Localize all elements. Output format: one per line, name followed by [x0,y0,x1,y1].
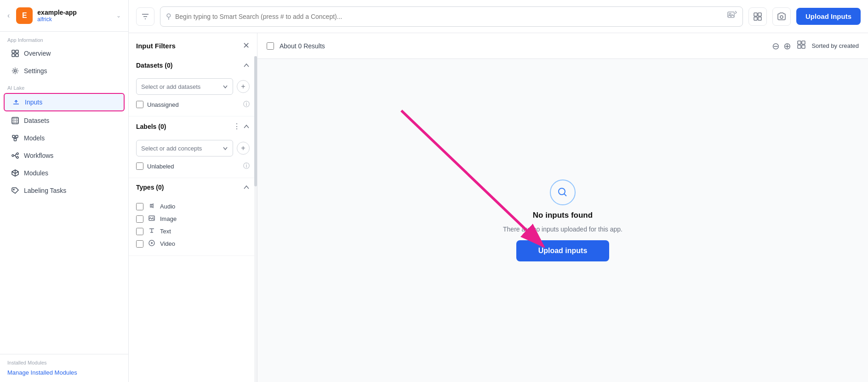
avatar: E [16,7,33,24]
empty-title: No inputs found [533,211,593,220]
audio-type-checkbox[interactable] [136,203,143,210]
sidebar-item-models[interactable]: Models [4,130,125,146]
gallery-icon-button[interactable] [748,7,767,26]
arrow-annotation [257,59,868,382]
sidebar-item-modules-label: Modules [24,169,48,177]
sidebar-item-modules[interactable]: Modules [4,165,125,181]
svg-point-12 [13,189,14,190]
add-concept-button[interactable]: + [237,142,250,155]
zoom-out-button[interactable]: ⊖ [772,41,780,52]
main-area: ⚲ Upload Inputs Input Filters ✕ [129,0,868,382]
svg-point-19 [780,16,783,18]
svg-rect-8 [14,139,17,141]
svg-rect-6 [12,135,15,138]
datasets-section-body: Select or add datasets + Unassigned ⓘ [129,75,257,116]
datasets-select-dropdown[interactable]: Select or add datasets [136,78,233,95]
zoom-in-button[interactable]: ⊕ [783,41,791,52]
sidebar-item-inputs[interactable]: Inputs [4,93,125,111]
search-input[interactable] [175,13,723,20]
filter-panel-header: Input Filters ✕ [129,33,257,56]
type-image-row: Image [136,213,250,225]
sidebar-item-models-label: Models [24,134,45,142]
types-section-header[interactable]: Types (0) [129,178,257,197]
video-icon [147,240,156,248]
zoom-controls: ⊖ ⊕ [772,41,791,52]
unlabeled-help-icon[interactable]: ⓘ [243,162,250,170]
image-type-label: Image [160,215,177,222]
filter-icon [141,12,149,21]
sidebar-item-inputs-label: Inputs [25,98,42,106]
datasets-section-header[interactable]: Datasets (0) [129,56,257,75]
svg-rect-26 [802,45,805,48]
filter-scroll[interactable]: Datasets (0) Select or add datasets + [129,56,257,382]
sidebar-item-settings-label: Settings [24,67,47,75]
close-filter-button[interactable]: ✕ [243,41,250,51]
empty-state: No inputs found There are no inputs uplo… [257,59,868,382]
labels-select-label: Select or add concepts [141,145,202,152]
datasets-select-label: Select or add datasets [141,83,200,90]
image-icon [147,215,156,223]
svg-point-11 [17,156,18,158]
labels-select-dropdown[interactable]: Select or add concepts [136,140,233,156]
empty-search-icon [550,179,576,205]
chevron-up-icon[interactable] [243,123,250,130]
labels-more-icon[interactable]: ⋮ [233,122,240,131]
svg-rect-23 [798,41,801,44]
types-section-title: Types (0) [136,184,164,191]
svg-rect-2 [12,54,15,57]
gear-icon [11,67,19,75]
camera-icon-button[interactable] [772,7,791,26]
datasets-select-row: Select or add datasets + [136,78,250,95]
empty-subtitle: There are no inputs uploaded for this ap… [503,226,622,233]
sidebar-item-workflows[interactable]: Workflows [4,147,125,164]
labels-section-controls: ⋮ [233,122,250,131]
sidebar-bottom: Installed Modules Manage Installed Modul… [0,354,128,382]
topbar: ⚲ Upload Inputs [129,0,868,33]
text-type-checkbox[interactable] [136,228,143,235]
unlabeled-checkbox[interactable] [136,162,143,170]
sidebar-item-labeling-tasks[interactable]: Labeling Tasks [4,182,125,199]
types-collapse-icon[interactable] [243,184,250,191]
filter-panel: Input Filters ✕ Datasets (0) [129,33,257,382]
installed-modules-label: Installed Modules [7,360,121,368]
unassigned-help-icon[interactable]: ⓘ [243,100,250,109]
manage-installed-modules-link[interactable]: Manage Installed Modules [7,369,77,376]
svg-rect-25 [798,45,801,48]
video-type-checkbox[interactable] [136,240,143,248]
dataset-icon [11,116,19,125]
back-arrow-icon[interactable]: ‹ [7,12,10,20]
svg-rect-24 [802,41,805,44]
grid-view-button[interactable] [797,40,806,52]
image-type-checkbox[interactable] [136,215,143,223]
type-video-row: Video [136,237,250,250]
datasets-section-title: Datasets (0) [136,62,172,69]
upload-inputs-main-button[interactable]: Upload inputs [516,240,610,261]
types-section-body: Audio Image [129,197,257,255]
svg-rect-1 [16,50,18,53]
types-section: Types (0) Audio [129,178,257,256]
sidebar-item-overview[interactable]: Overview [4,45,125,62]
chevron-down-icon [223,145,228,151]
sort-label: Sorted by created [811,42,859,49]
app-info: example-app alfrick [37,9,112,23]
sidebar-item-settings[interactable]: Settings [4,63,125,79]
unassigned-checkbox[interactable] [136,101,143,108]
results-select-all-checkbox[interactable] [267,42,274,50]
ai-lake-label: AI Lake [0,80,128,93]
add-dataset-button[interactable]: + [237,80,250,93]
labels-section-header[interactable]: Labels (0) ⋮ [129,116,257,136]
scroll-track [254,56,257,382]
upload-inputs-button[interactable]: Upload Inputs [796,8,861,25]
sidebar-item-datasets[interactable]: Datasets [4,112,125,129]
svg-rect-3 [16,54,18,57]
datasets-collapse-icon[interactable] [243,62,250,69]
image-search-icon[interactable] [727,10,737,23]
model-icon [11,134,19,142]
filter-button[interactable] [136,7,154,26]
audio-type-label: Audio [160,203,175,210]
svg-rect-7 [16,135,18,138]
chevron-down-icon[interactable]: ⌄ [116,12,121,19]
labels-section: Labels (0) ⋮ Select or add concepts [129,116,257,178]
unlabeled-checkbox-row: Unlabeled ⓘ [136,160,250,172]
scroll-thumb[interactable] [254,56,257,186]
